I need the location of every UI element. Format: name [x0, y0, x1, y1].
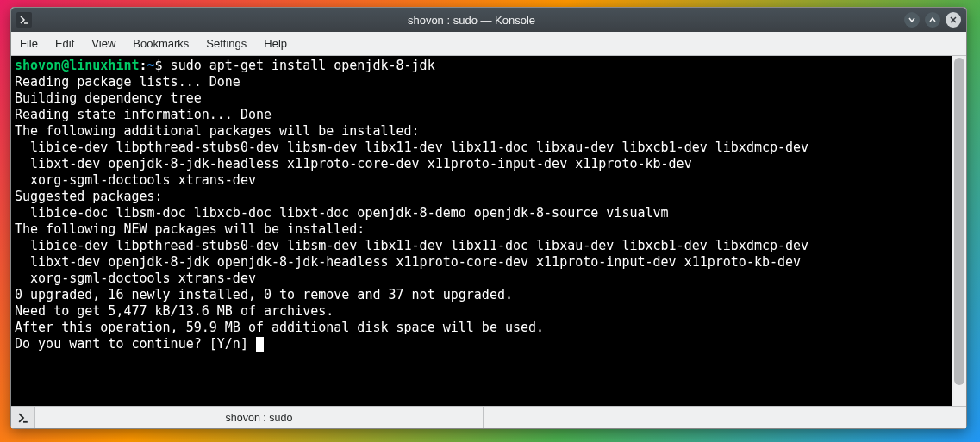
menu-view[interactable]: View: [91, 37, 115, 50]
app-icon: [16, 12, 32, 28]
output-line: libice-doc libsm-doc libxcb-doc libxt-do…: [15, 205, 669, 221]
menu-edit[interactable]: Edit: [55, 37, 74, 50]
prompt-colon: :: [140, 58, 147, 73]
output-line: The following additional packages will b…: [15, 123, 420, 139]
maximize-button[interactable]: [925, 12, 940, 28]
minimize-button[interactable]: [904, 12, 920, 28]
output-line: xorg-sgml-doctools xtrans-dev: [15, 271, 256, 286]
tabbar: shovon : sudo: [11, 406, 966, 428]
output-line: Reading package lists... Done: [15, 74, 240, 90]
terminal-container: shovon@linuxhint:~$ sudo apt-get install…: [11, 56, 966, 406]
cursor-icon: [256, 337, 264, 352]
output-line: Building dependency tree: [15, 90, 256, 106]
menubar: File Edit View Bookmarks Settings Help: [11, 32, 966, 56]
output-line: Need to get 5,477 kB/13.6 MB of archives…: [15, 303, 334, 319]
output-line: Do you want to continue? [Y/n]: [15, 336, 256, 352]
close-button[interactable]: [946, 12, 961, 28]
titlebar[interactable]: shovon : sudo — Konsole: [11, 8, 966, 32]
new-tab-button[interactable]: [11, 407, 35, 428]
terminal[interactable]: shovon@linuxhint:~$ sudo apt-get install…: [11, 56, 952, 406]
output-line: After this operation, 59.9 MB of additio…: [15, 320, 544, 335]
output-line: The following NEW packages will be insta…: [15, 221, 365, 237]
output-line: 0 upgraded, 16 newly installed, 0 to rem…: [15, 287, 513, 302]
output-line: Reading state information... Done: [15, 107, 272, 122]
output-line: libxt-dev openjdk-8-jdk openjdk-8-jdk-he…: [15, 254, 801, 270]
output-line: Suggested packages:: [15, 189, 163, 204]
prompt-user-host: shovon@linuxhint: [15, 58, 140, 73]
scrollbar-thumb[interactable]: [954, 58, 964, 385]
output-line: libice-dev libpthread-stubs0-dev libsm-d…: [15, 140, 808, 155]
output-line: libice-dev libpthread-stubs0-dev libsm-d…: [15, 238, 808, 253]
tab-active[interactable]: shovon : sudo: [35, 407, 484, 428]
menu-settings[interactable]: Settings: [206, 37, 247, 50]
tab-label: shovon : sudo: [226, 412, 293, 424]
menu-help[interactable]: Help: [264, 37, 287, 50]
window-controls: [904, 12, 961, 28]
menu-file[interactable]: File: [20, 37, 38, 50]
scrollbar[interactable]: [952, 56, 966, 406]
window-title: shovon : sudo — Konsole: [39, 14, 904, 27]
menu-bookmarks[interactable]: Bookmarks: [133, 37, 189, 50]
prompt-dollar: $: [155, 58, 163, 73]
command-text: sudo apt-get install openjdk-8-jdk: [163, 58, 435, 73]
output-line: libxt-dev openjdk-8-jdk-headless x11prot…: [15, 156, 692, 171]
konsole-window: shovon : sudo — Konsole File Edit View B…: [10, 7, 967, 429]
output-line: xorg-sgml-doctools xtrans-dev: [15, 172, 256, 188]
prompt-path: ~: [147, 58, 155, 73]
